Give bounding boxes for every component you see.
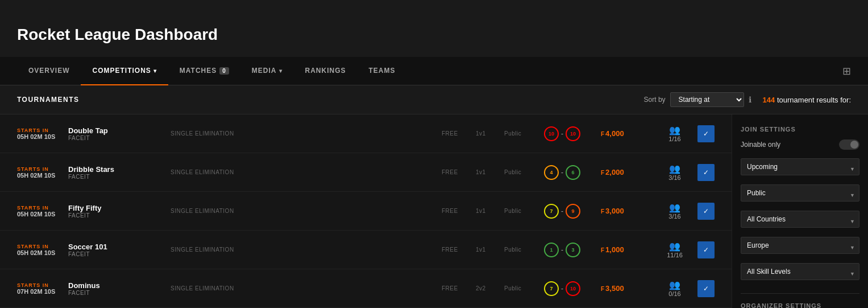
tournament-name-section: Dribble Stars FACEIT <box>68 165 171 180</box>
toggle-knob <box>850 141 858 149</box>
tournament-visibility: Public <box>504 208 544 214</box>
sort-label: Sort by <box>644 96 666 104</box>
plus-icon: ✓ <box>703 130 709 138</box>
plus-icon: ✓ <box>703 207 709 215</box>
skill-rating: 4 - 6 <box>544 165 601 180</box>
prize-currency: F <box>601 170 604 176</box>
nav-item-overview[interactable]: OVERVIEW <box>17 57 81 85</box>
organizer-settings-title: ORGANIZER SETTINGS <box>741 302 859 308</box>
prize-currency: F <box>601 286 604 292</box>
skill-max-badge: 6 <box>566 165 580 180</box>
grid-view-icon[interactable]: ⊞ <box>842 65 851 77</box>
skill-dash: - <box>561 246 563 254</box>
nav-item-matches[interactable]: MATCHES 0 <box>168 57 240 85</box>
start-info: STARTS IN 05H 02M 10S <box>17 128 68 140</box>
players-icon: 👥 <box>669 280 680 290</box>
tournament-type: SINGLE ELIMINATION <box>171 247 442 253</box>
join-button[interactable]: ✓ <box>697 280 715 297</box>
start-info: STARTS IN 05H 02M 10S <box>17 166 68 179</box>
prize-currency: F <box>601 247 604 253</box>
table-row[interactable]: STARTS IN 05H 02M 10S Fifty Fifty FACEIT… <box>0 192 732 231</box>
joinable-only-row: Joinable only <box>741 139 859 150</box>
prize-currency: F <box>601 208 604 215</box>
tournament-org: FACEIT <box>68 212 171 219</box>
join-button[interactable]: ✓ <box>697 164 715 181</box>
skill-dash: - <box>561 130 563 138</box>
info-icon[interactable]: ℹ <box>749 95 751 104</box>
skill-filter[interactable]: All Skill Levels Beginner Intermediate <box>741 263 859 280</box>
tournament-name: Dominus <box>68 281 171 290</box>
visibility-filter-wrapper: Public Private All <box>741 184 859 206</box>
players-section: 👥 3/16 <box>652 202 697 220</box>
skill-rating: 7 - 9 <box>544 204 601 219</box>
table-row[interactable]: STARTS IN 05H 02M 10S Soccer 101 FACEIT … <box>0 231 732 269</box>
tournament-name: Soccer 101 <box>68 243 171 251</box>
nav-item-media[interactable]: MEDIA ▾ <box>240 57 294 85</box>
start-info: STARTS IN 05H 02M 10S <box>17 205 68 217</box>
tournament-name-section: Fifty Fifty FACEIT <box>68 204 171 219</box>
visibility-filter[interactable]: Public Private All <box>741 184 859 202</box>
skill-min-badge: 4 <box>544 165 559 180</box>
start-info: STARTS IN 07H 02M 10S <box>17 282 68 295</box>
start-time: 05H 02M 10S <box>17 172 68 179</box>
start-time: 07H 02M 10S <box>17 288 68 295</box>
sidebar-divider <box>741 293 859 294</box>
skill-max-badge: 3 <box>566 243 580 257</box>
table-row[interactable]: STARTS IN 07H 02M 10S Dominus FACEIT SIN… <box>0 269 732 308</box>
tournament-org: FACEIT <box>68 174 171 180</box>
prize-amount: F3,000 <box>601 207 652 215</box>
tournament-type: SINGLE ELIMINATION <box>171 169 442 175</box>
table-row[interactable]: STARTS IN 05H 02M 10S Dribble Stars FACE… <box>0 153 732 192</box>
country-filter[interactable]: All Countries United States United Kingd… <box>741 211 859 228</box>
status-filter-wrapper: Upcoming Live Finished <box>741 158 859 180</box>
players-section: 👥 11/16 <box>652 241 697 258</box>
prize-amount: F3,500 <box>601 284 652 293</box>
nav-item-teams[interactable]: TEAMS <box>358 57 407 85</box>
starts-in-label: STARTS IN <box>17 166 68 172</box>
prize-amount: F2,000 <box>601 168 652 176</box>
tournament-visibility: Public <box>504 169 544 175</box>
join-button[interactable]: ✓ <box>697 125 715 142</box>
start-info: STARTS IN 05H 02M 10S <box>17 244 68 256</box>
join-button[interactable]: ✓ <box>697 203 715 220</box>
nav-item-competitions[interactable]: COMPETITIONS ▾ <box>81 57 168 85</box>
tournament-fee: FREE <box>442 285 476 291</box>
starts-in-label: STARTS IN <box>17 282 68 288</box>
joinable-toggle[interactable] <box>839 139 859 150</box>
tournament-visibility: Public <box>504 285 544 291</box>
header: Rocket League Dashboard <box>0 0 868 57</box>
tournaments-label: TOURNAMENTS <box>17 96 80 104</box>
tournament-org: FACEIT <box>68 290 171 296</box>
table-row[interactable]: STARTS IN 05H 02M 10S Double Tap FACEIT … <box>0 114 732 153</box>
tournament-name: Double Tap <box>68 126 171 135</box>
skill-min-badge: 10 <box>544 126 559 141</box>
tournament-name: Fifty Fifty <box>68 204 171 212</box>
players-count: 3/16 <box>668 174 680 181</box>
results-count: 144 <box>763 96 775 104</box>
tournament-fee: FREE <box>442 130 476 137</box>
skill-rating: 10 - 10 <box>544 126 601 141</box>
nav-item-rankings[interactable]: RANKINGS <box>294 57 358 85</box>
region-filter[interactable]: Europe North America Asia <box>741 237 859 254</box>
status-filter[interactable]: Upcoming Live Finished <box>741 158 859 175</box>
skill-max-badge: 10 <box>566 126 580 141</box>
starts-in-label: STARTS IN <box>17 244 68 249</box>
start-time: 05H 02M 10S <box>17 249 68 256</box>
players-count: 3/16 <box>668 213 680 220</box>
skill-rating: 1 - 3 <box>544 243 601 257</box>
players-icon: 👥 <box>669 202 680 213</box>
join-button[interactable]: ✓ <box>697 241 715 258</box>
players-section: 👥 1/16 <box>652 125 697 142</box>
sort-select[interactable]: Starting at <box>670 92 744 107</box>
skill-max-badge: 10 <box>566 281 580 296</box>
tournament-format: 1v1 <box>476 247 504 253</box>
tournament-type: SINGLE ELIMINATION <box>171 285 442 291</box>
skill-dash: - <box>561 207 563 215</box>
tournament-format: 1v1 <box>476 130 504 137</box>
start-time: 05H 02M 10S <box>17 211 68 217</box>
start-time: 05H 02M 10S <box>17 133 68 140</box>
chevron-down-icon: ▾ <box>153 68 157 74</box>
tournaments-table: STARTS IN 05H 02M 10S Double Tap FACEIT … <box>0 114 732 308</box>
main-nav: OVERVIEW COMPETITIONS ▾ MATCHES 0 MEDIA … <box>0 57 868 85</box>
starts-in-label: STARTS IN <box>17 205 68 211</box>
